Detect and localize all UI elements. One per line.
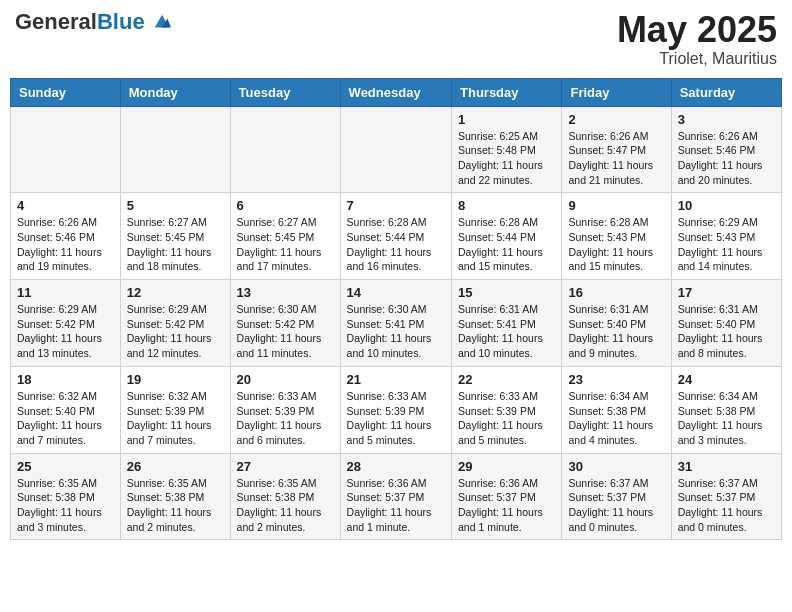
day-number: 7 (347, 198, 445, 213)
day-number: 29 (458, 459, 555, 474)
sunset-label: Sunset: 5:40 PM (678, 318, 756, 330)
day-info: Sunrise: 6:29 AM Sunset: 5:42 PM Dayligh… (127, 302, 224, 361)
day-number: 6 (237, 198, 334, 213)
day-info: Sunrise: 6:26 AM Sunset: 5:46 PM Dayligh… (17, 215, 114, 274)
day-number: 26 (127, 459, 224, 474)
sunset-label: Sunset: 5:39 PM (458, 405, 536, 417)
sunrise-label: Sunrise: 6:27 AM (237, 216, 317, 228)
sunset-label: Sunset: 5:44 PM (347, 231, 425, 243)
logo-general-text: General (15, 9, 97, 34)
sunrise-label: Sunrise: 6:26 AM (568, 130, 648, 142)
day-number: 13 (237, 285, 334, 300)
day-header-monday: Monday (120, 78, 230, 106)
daylight-label: Daylight: 11 hours and 11 minutes. (237, 332, 322, 359)
calendar-cell: 23 Sunrise: 6:34 AM Sunset: 5:38 PM Dayl… (562, 366, 671, 453)
sunset-label: Sunset: 5:45 PM (237, 231, 315, 243)
day-number: 28 (347, 459, 445, 474)
day-number: 5 (127, 198, 224, 213)
day-info: Sunrise: 6:31 AM Sunset: 5:40 PM Dayligh… (678, 302, 775, 361)
sunrise-label: Sunrise: 6:25 AM (458, 130, 538, 142)
sunset-label: Sunset: 5:37 PM (347, 491, 425, 503)
day-info: Sunrise: 6:37 AM Sunset: 5:37 PM Dayligh… (568, 476, 664, 535)
calendar-cell: 15 Sunrise: 6:31 AM Sunset: 5:41 PM Dayl… (452, 280, 562, 367)
calendar-week-row: 18 Sunrise: 6:32 AM Sunset: 5:40 PM Dayl… (11, 366, 782, 453)
sunset-label: Sunset: 5:38 PM (568, 405, 646, 417)
sunset-label: Sunset: 5:46 PM (678, 144, 756, 156)
daylight-label: Daylight: 11 hours and 7 minutes. (127, 419, 212, 446)
daylight-label: Daylight: 11 hours and 1 minute. (347, 506, 432, 533)
day-number: 30 (568, 459, 664, 474)
daylight-label: Daylight: 11 hours and 14 minutes. (678, 246, 763, 273)
calendar-cell: 9 Sunrise: 6:28 AM Sunset: 5:43 PM Dayli… (562, 193, 671, 280)
sunset-label: Sunset: 5:47 PM (568, 144, 646, 156)
sunrise-label: Sunrise: 6:36 AM (458, 477, 538, 489)
day-number: 3 (678, 112, 775, 127)
calendar-cell: 14 Sunrise: 6:30 AM Sunset: 5:41 PM Dayl… (340, 280, 451, 367)
daylight-label: Daylight: 11 hours and 15 minutes. (568, 246, 653, 273)
calendar-cell: 6 Sunrise: 6:27 AM Sunset: 5:45 PM Dayli… (230, 193, 340, 280)
calendar-cell: 4 Sunrise: 6:26 AM Sunset: 5:46 PM Dayli… (11, 193, 121, 280)
day-number: 22 (458, 372, 555, 387)
calendar-cell: 29 Sunrise: 6:36 AM Sunset: 5:37 PM Dayl… (452, 453, 562, 540)
day-number: 17 (678, 285, 775, 300)
day-info: Sunrise: 6:29 AM Sunset: 5:43 PM Dayligh… (678, 215, 775, 274)
calendar-cell: 22 Sunrise: 6:33 AM Sunset: 5:39 PM Dayl… (452, 366, 562, 453)
day-info: Sunrise: 6:35 AM Sunset: 5:38 PM Dayligh… (237, 476, 334, 535)
day-info: Sunrise: 6:35 AM Sunset: 5:38 PM Dayligh… (17, 476, 114, 535)
daylight-label: Daylight: 11 hours and 2 minutes. (127, 506, 212, 533)
day-header-friday: Friday (562, 78, 671, 106)
sunset-label: Sunset: 5:38 PM (127, 491, 205, 503)
sunset-label: Sunset: 5:46 PM (17, 231, 95, 243)
sunset-label: Sunset: 5:44 PM (458, 231, 536, 243)
calendar-cell (230, 106, 340, 193)
logo: GeneralBlue (15, 10, 171, 34)
day-number: 4 (17, 198, 114, 213)
day-info: Sunrise: 6:32 AM Sunset: 5:39 PM Dayligh… (127, 389, 224, 448)
sunset-label: Sunset: 5:43 PM (678, 231, 756, 243)
day-number: 11 (17, 285, 114, 300)
calendar-cell: 27 Sunrise: 6:35 AM Sunset: 5:38 PM Dayl… (230, 453, 340, 540)
logo-blue-text: Blue (97, 9, 145, 34)
sunrise-label: Sunrise: 6:33 AM (458, 390, 538, 402)
calendar-cell: 3 Sunrise: 6:26 AM Sunset: 5:46 PM Dayli… (671, 106, 781, 193)
sunrise-label: Sunrise: 6:26 AM (17, 216, 97, 228)
day-info: Sunrise: 6:34 AM Sunset: 5:38 PM Dayligh… (678, 389, 775, 448)
day-header-saturday: Saturday (671, 78, 781, 106)
calendar-cell: 10 Sunrise: 6:29 AM Sunset: 5:43 PM Dayl… (671, 193, 781, 280)
calendar-week-row: 4 Sunrise: 6:26 AM Sunset: 5:46 PM Dayli… (11, 193, 782, 280)
daylight-label: Daylight: 11 hours and 9 minutes. (568, 332, 653, 359)
calendar-cell: 28 Sunrise: 6:36 AM Sunset: 5:37 PM Dayl… (340, 453, 451, 540)
calendar-cell: 5 Sunrise: 6:27 AM Sunset: 5:45 PM Dayli… (120, 193, 230, 280)
day-info: Sunrise: 6:36 AM Sunset: 5:37 PM Dayligh… (458, 476, 555, 535)
day-info: Sunrise: 6:27 AM Sunset: 5:45 PM Dayligh… (127, 215, 224, 274)
sunset-label: Sunset: 5:41 PM (347, 318, 425, 330)
day-number: 16 (568, 285, 664, 300)
sunrise-label: Sunrise: 6:29 AM (127, 303, 207, 315)
day-info: Sunrise: 6:28 AM Sunset: 5:43 PM Dayligh… (568, 215, 664, 274)
calendar-cell: 16 Sunrise: 6:31 AM Sunset: 5:40 PM Dayl… (562, 280, 671, 367)
sunset-label: Sunset: 5:39 PM (237, 405, 315, 417)
day-header-sunday: Sunday (11, 78, 121, 106)
day-number: 9 (568, 198, 664, 213)
calendar-cell: 11 Sunrise: 6:29 AM Sunset: 5:42 PM Dayl… (11, 280, 121, 367)
day-info: Sunrise: 6:35 AM Sunset: 5:38 PM Dayligh… (127, 476, 224, 535)
day-info: Sunrise: 6:28 AM Sunset: 5:44 PM Dayligh… (347, 215, 445, 274)
day-number: 23 (568, 372, 664, 387)
daylight-label: Daylight: 11 hours and 15 minutes. (458, 246, 543, 273)
day-info: Sunrise: 6:26 AM Sunset: 5:46 PM Dayligh… (678, 129, 775, 188)
calendar-cell: 13 Sunrise: 6:30 AM Sunset: 5:42 PM Dayl… (230, 280, 340, 367)
day-number: 24 (678, 372, 775, 387)
day-number: 31 (678, 459, 775, 474)
day-header-tuesday: Tuesday (230, 78, 340, 106)
daylight-label: Daylight: 11 hours and 7 minutes. (17, 419, 102, 446)
sunrise-label: Sunrise: 6:26 AM (678, 130, 758, 142)
day-info: Sunrise: 6:30 AM Sunset: 5:41 PM Dayligh… (347, 302, 445, 361)
location-subtitle: Triolet, Mauritius (617, 50, 777, 68)
day-info: Sunrise: 6:26 AM Sunset: 5:47 PM Dayligh… (568, 129, 664, 188)
sunrise-label: Sunrise: 6:30 AM (347, 303, 427, 315)
sunset-label: Sunset: 5:41 PM (458, 318, 536, 330)
sunset-label: Sunset: 5:42 PM (237, 318, 315, 330)
sunrise-label: Sunrise: 6:30 AM (237, 303, 317, 315)
sunrise-label: Sunrise: 6:35 AM (237, 477, 317, 489)
sunset-label: Sunset: 5:39 PM (127, 405, 205, 417)
